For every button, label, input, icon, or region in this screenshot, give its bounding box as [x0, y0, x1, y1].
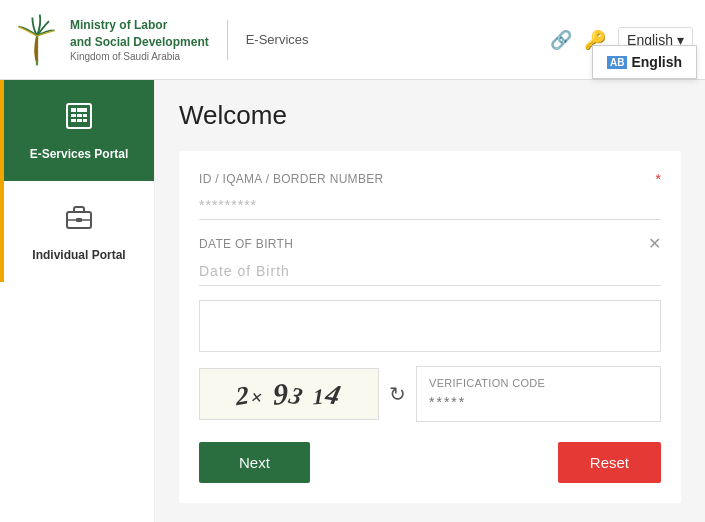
- main-content: Welcome ID / IQAMA / BORDER NUMBER * Dat…: [155, 80, 705, 522]
- verification-field: VERIFICATION CODE: [416, 366, 661, 422]
- dob-label-row: Date of Birth ✕: [199, 234, 661, 253]
- logo-sub: Kingdom of Saudi Arabia: [70, 51, 209, 62]
- breadcrumb-separator: [227, 20, 228, 60]
- id-label: ID / IQAMA / BORDER NUMBER: [199, 172, 384, 186]
- captcha-text: 2× 93 14: [234, 377, 343, 411]
- dob-field-group: Date of Birth ✕: [199, 234, 661, 286]
- welcome-title: Welcome: [179, 100, 681, 131]
- id-field-group: ID / IQAMA / BORDER NUMBER *: [199, 171, 661, 220]
- sidebar-item-individual[interactable]: Individual Portal: [0, 181, 154, 282]
- id-label-row: ID / IQAMA / BORDER NUMBER *: [199, 171, 661, 187]
- captcha-box: 2× 93 14: [199, 368, 379, 420]
- sidebar-item-eservices[interactable]: E-Services Portal: [0, 80, 154, 181]
- id-required: *: [656, 171, 661, 187]
- logo-image: [12, 10, 62, 70]
- svg-rect-8: [77, 119, 82, 122]
- logo-line1: Ministry of Labor: [70, 17, 209, 34]
- dob-clear-icon[interactable]: ✕: [648, 234, 661, 253]
- grid-icon: [63, 100, 95, 139]
- dob-input[interactable]: [199, 257, 661, 286]
- logo-text-block: Ministry of Labor and Social Development…: [70, 17, 209, 62]
- form-card: ID / IQAMA / BORDER NUMBER * Date of Bir…: [179, 151, 681, 503]
- lang-active-label: English: [631, 54, 682, 70]
- next-button[interactable]: Next: [199, 442, 310, 483]
- layout: E-Services Portal Individual Portal Welc…: [0, 80, 705, 522]
- briefcase-icon: [63, 201, 95, 240]
- sidebar-item-individual-label: Individual Portal: [32, 248, 125, 262]
- reset-button[interactable]: Reset: [558, 442, 661, 483]
- svg-rect-3: [77, 108, 87, 112]
- breadcrumb: E-Services: [246, 32, 309, 47]
- captcha-row: 2× 93 14 ↻ VERIFICATION CODE: [199, 366, 661, 422]
- header: Ministry of Labor and Social Development…: [0, 0, 705, 80]
- svg-rect-5: [77, 114, 82, 117]
- svg-rect-9: [83, 119, 87, 122]
- logo-line2: and Social Development: [70, 34, 209, 51]
- sidebar: E-Services Portal Individual Portal: [0, 80, 155, 522]
- dob-label: Date of Birth: [199, 237, 293, 251]
- svg-rect-2: [71, 108, 76, 112]
- svg-rect-4: [71, 114, 76, 117]
- lang-active-box[interactable]: AB English: [592, 45, 697, 79]
- svg-rect-12: [76, 218, 82, 222]
- logo-area: Ministry of Labor and Social Development…: [12, 10, 309, 70]
- captcha-refresh-button[interactable]: ↻: [389, 382, 406, 406]
- blank-area: [199, 300, 661, 352]
- id-input[interactable]: [199, 191, 661, 220]
- buttons-row: Next Reset: [199, 442, 661, 483]
- verification-input[interactable]: [429, 394, 648, 410]
- ab-icon: AB: [607, 56, 627, 69]
- svg-rect-7: [71, 119, 76, 122]
- sidebar-item-eservices-label: E-Services Portal: [30, 147, 129, 161]
- svg-rect-6: [83, 114, 87, 117]
- link-icon[interactable]: 🔗: [550, 29, 572, 51]
- verification-label: VERIFICATION CODE: [429, 377, 648, 389]
